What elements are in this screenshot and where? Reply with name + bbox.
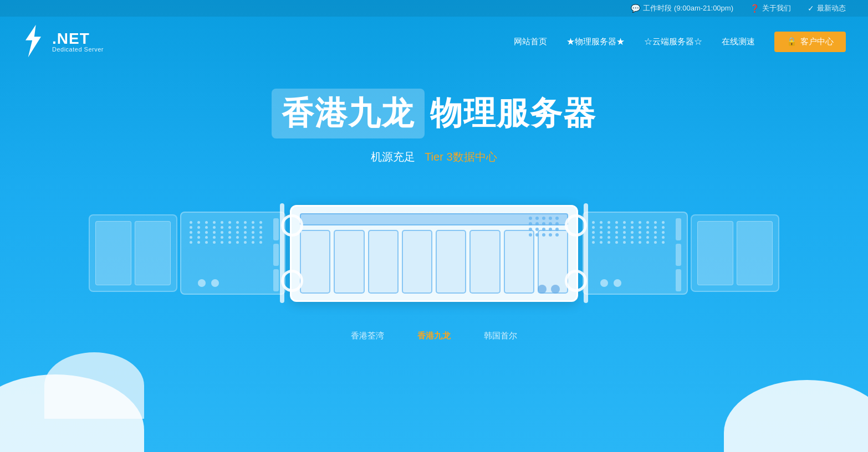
dot [639, 226, 641, 229]
dot-sm [529, 228, 532, 231]
server-far-panel-3 [697, 221, 733, 285]
dot [607, 221, 610, 224]
dot [244, 236, 247, 239]
dot [259, 231, 262, 234]
dot-sm [555, 217, 559, 220]
server-drive-8 [538, 230, 568, 294]
nav-cloud[interactable]: ☆云端服务器☆ [644, 37, 702, 47]
server-drives [300, 230, 568, 294]
hero-subtitle-highlight: Tier 3数据中心 [425, 151, 497, 163]
dot [662, 226, 665, 229]
cloud-left-small [44, 352, 144, 419]
dot [607, 226, 610, 229]
dot-sm [535, 228, 539, 231]
logo-icon [17, 22, 50, 61]
dot-sm [535, 217, 539, 220]
check-icon: ✓ [808, 4, 814, 13]
latest-news[interactable]: ✓ 最新动态 [808, 3, 846, 13]
dot [631, 241, 634, 244]
work-hours-text: 工作时段 (9:00am-21:00pm) [643, 3, 733, 13]
dot [600, 231, 603, 234]
dot [631, 226, 634, 229]
nav-home[interactable]: 网站首页 [514, 37, 547, 47]
dot [646, 221, 649, 224]
nav-physical[interactable]: ★物理服务器★ [566, 37, 625, 47]
tab-seoul[interactable]: 韩国首尔 [484, 331, 517, 341]
dot-sm [529, 222, 532, 225]
logo[interactable]: .NET Dedicated Server [17, 22, 104, 61]
dot-sm [542, 228, 545, 231]
dot [252, 231, 254, 234]
server-far-panel-2 [135, 221, 171, 285]
dot-sm [549, 233, 552, 237]
dot [639, 231, 641, 234]
dot [615, 226, 618, 229]
dot [259, 226, 262, 229]
dot [252, 221, 254, 224]
cloud-right-main [724, 380, 868, 452]
clouds-decoration [0, 374, 868, 452]
hero-subtitle-normal: 机源充足 [371, 151, 415, 163]
client-center-button[interactable]: 🔒 客户中心 [774, 32, 846, 52]
side-circle [614, 279, 621, 287]
dot-sm [555, 233, 559, 237]
dot [631, 221, 634, 224]
location-tabs: 香港荃湾 香港九龙 韩国首尔 [0, 331, 868, 341]
nav-speedtest[interactable]: 在线测速 [722, 37, 755, 47]
chat-icon: 💬 [631, 4, 640, 13]
dot [205, 221, 208, 224]
dot [213, 236, 216, 239]
side-circle [600, 279, 608, 287]
dot [205, 241, 208, 244]
header: .NET Dedicated Server 网站首页 ★物理服务器★ ☆云端服务… [0, 17, 868, 66]
tab-hong-kong-kowloon[interactable]: 香港九龙 [417, 331, 451, 341]
server-drive-4 [402, 230, 432, 294]
dots-right-cluster [529, 217, 560, 237]
dot [252, 226, 254, 229]
dot [615, 236, 618, 239]
tab-hong-kong-tsuen-wan[interactable]: 香港荃湾 [351, 331, 384, 341]
bottom-circles [538, 285, 560, 294]
dot [646, 231, 649, 234]
dot [236, 226, 239, 229]
dot [213, 221, 216, 224]
dot-grid-left [190, 221, 265, 244]
dot [228, 221, 231, 224]
connector-left-bot [281, 270, 303, 292]
dot [607, 241, 610, 244]
connector-right-bot [565, 270, 587, 292]
main-nav: 网站首页 ★物理服务器★ ☆云端服务器☆ 在线测速 🔒 客户中心 [514, 32, 846, 52]
dot [197, 236, 200, 239]
main-server-wrapper [274, 203, 594, 303]
about-us[interactable]: ❓ 关于我们 [750, 3, 791, 13]
hero-subtitle: 机源充足 Tier 3数据中心 [0, 150, 868, 165]
dot [259, 241, 262, 244]
dot [213, 226, 216, 229]
server-drive-1 [300, 230, 330, 294]
dot-sm [542, 222, 545, 225]
hero-title-highlight: 香港九龙 [272, 89, 425, 138]
dot [228, 236, 231, 239]
dots-grid [529, 217, 560, 237]
lock-icon: 🔒 [787, 37, 797, 47]
dot [662, 241, 665, 244]
server-drive-2 [334, 230, 364, 294]
dot [190, 241, 192, 244]
hero-section: 香港九龙 物理服务器 机源充足 Tier 3数据中心 [0, 66, 868, 165]
dot [228, 226, 231, 229]
server-drive-7 [504, 230, 534, 294]
dot [228, 241, 231, 244]
side-bar [676, 244, 681, 266]
server-far-panel-4 [737, 221, 773, 285]
dot [221, 221, 223, 224]
dot [221, 226, 223, 229]
dot-sm [542, 217, 545, 220]
dot [600, 221, 603, 224]
dot [236, 221, 239, 224]
server-main [290, 205, 578, 302]
dot [221, 236, 223, 239]
dot [600, 226, 603, 229]
cloud-right [724, 380, 868, 452]
dot-sm [529, 233, 532, 237]
dot [205, 226, 208, 229]
